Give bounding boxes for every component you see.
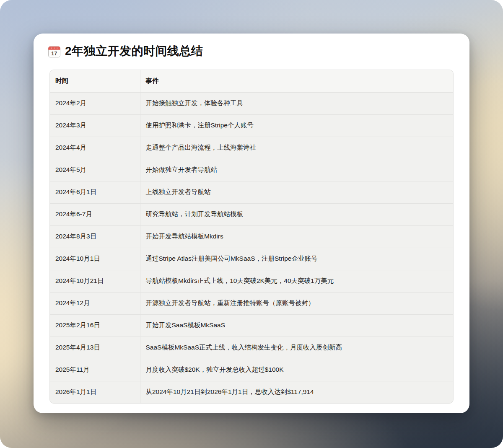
time-cell: 2024年6-7月 — [50, 203, 140, 225]
table-row: 2024年5月开始做独立开发者导航站 — [50, 159, 453, 181]
time-cell: 2024年10月21日 — [50, 270, 140, 292]
event-cell: 导航站模板Mkdirs正式上线，10天突破2K美元，40天突破1万美元 — [140, 270, 453, 292]
table-row: 2025年11月月度收入突破$20K，独立开发总收入超过$100K — [50, 359, 453, 381]
event-cell: 开始开发导航站模板Mkdirs — [140, 225, 453, 248]
time-cell: 2025年11月 — [50, 359, 140, 381]
event-cell: 开源独立开发者导航站，重新注册推特账号（原账号被封） — [140, 292, 453, 314]
table-row: 2024年4月走通整个产品出海流程，上线海棠诗社 — [50, 137, 453, 159]
event-cell: 使用护照和港卡，注册Stripe个人账号 — [140, 114, 453, 137]
time-cell: 2024年12月 — [50, 292, 140, 314]
page-title-row: 17 2年独立开发的时间线总结 — [48, 43, 454, 60]
event-cell: 研究导航站，计划开发导航站模板 — [140, 203, 453, 225]
time-cell: 2024年2月 — [50, 92, 140, 114]
table-row: 2024年8月3日开始开发导航站模板Mkdirs — [50, 225, 453, 248]
event-cell: 开始接触独立开发，体验各种工具 — [140, 92, 453, 114]
page-title: 2年独立开发的时间线总结 — [65, 43, 203, 59]
calendar-icon: 17 — [48, 45, 61, 58]
event-cell: 上线独立开发者导航站 — [140, 181, 453, 203]
table-row: 2024年12月开源独立开发者导航站，重新注册推特账号（原账号被封） — [50, 292, 453, 314]
event-cell: 开始做独立开发者导航站 — [140, 159, 453, 181]
event-cell: 开始开发SaaS模板MkSaaS — [140, 314, 453, 337]
time-cell: 2024年4月 — [50, 137, 140, 159]
event-cell: 从2024年10月21日到2026年1月1日，总收入达到$117,914 — [140, 381, 453, 403]
time-cell: 2025年2月16日 — [50, 314, 140, 337]
timeline-table: 时间 事件 2024年2月开始接触独立开发，体验各种工具2024年3月使用护照和… — [50, 70, 453, 403]
time-cell: 2024年8月3日 — [50, 225, 140, 248]
event-cell: 月度收入突破$20K，独立开发总收入超过$100K — [140, 359, 453, 381]
table-row: 2025年2月16日开始开发SaaS模板MkSaaS — [50, 314, 453, 337]
desktop-background: 17 2年独立开发的时间线总结 时间 事件 2024年2月开始接触独立开发，体验… — [0, 0, 503, 448]
time-cell: 2024年3月 — [50, 114, 140, 137]
time-cell: 2024年10月1日 — [50, 248, 140, 270]
table-row: 2024年6月1日上线独立开发者导航站 — [50, 181, 453, 203]
table-row: 2024年3月使用护照和港卡，注册Stripe个人账号 — [50, 114, 453, 137]
table-header-row: 时间 事件 — [50, 70, 453, 92]
time-cell: 2024年6月1日 — [50, 181, 140, 203]
calendar-day-number: 17 — [51, 51, 57, 57]
time-cell: 2026年1月1日 — [50, 381, 140, 403]
time-cell: 2025年4月13日 — [50, 337, 140, 359]
table-row: 2025年4月13日SaaS模板MkSaaS正式上线，收入结构发生变化，月度收入… — [50, 337, 453, 359]
column-header-time: 时间 — [50, 70, 140, 92]
table-row: 2024年10月1日通过Stripe Atlas注册美国公司MkSaaS，注册S… — [50, 248, 453, 270]
time-cell: 2024年5月 — [50, 159, 140, 181]
event-cell: SaaS模板MkSaaS正式上线，收入结构发生变化，月度收入屡创新高 — [140, 337, 453, 359]
timeline-table-body: 2024年2月开始接触独立开发，体验各种工具2024年3月使用护照和港卡，注册S… — [50, 92, 453, 403]
event-cell: 走通整个产品出海流程，上线海棠诗社 — [140, 137, 453, 159]
content-card: 17 2年独立开发的时间线总结 时间 事件 2024年2月开始接触独立开发，体验… — [34, 34, 469, 413]
event-cell: 通过Stripe Atlas注册美国公司MkSaaS，注册Stripe企业账号 — [140, 248, 453, 270]
column-header-event: 事件 — [140, 70, 453, 92]
table-row: 2024年2月开始接触独立开发，体验各种工具 — [50, 92, 453, 114]
timeline-table-frame: 时间 事件 2024年2月开始接触独立开发，体验各种工具2024年3月使用护照和… — [49, 70, 454, 404]
table-row: 2024年10月21日导航站模板Mkdirs正式上线，10天突破2K美元，40天… — [50, 270, 453, 292]
table-row: 2026年1月1日从2024年10月21日到2026年1月1日，总收入达到$11… — [50, 381, 453, 403]
table-row: 2024年6-7月研究导航站，计划开发导航站模板 — [50, 203, 453, 225]
